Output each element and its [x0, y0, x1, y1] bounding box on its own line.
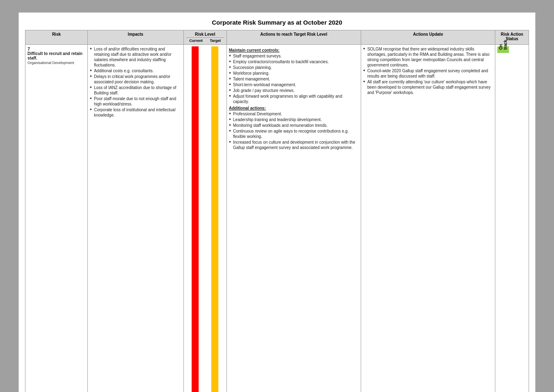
- additional-action-item: Increased focus on culture and developme…: [229, 140, 359, 150]
- current-header: Current: [189, 39, 203, 43]
- page-wrapper: Corporate Risk Summary as at October 202…: [18, 12, 536, 392]
- impact-item: Loss of IANZ accreditation due to shorta…: [90, 85, 181, 96]
- actions-header: Maintain current controls:: [229, 48, 359, 53]
- action-item: Adjust forward work programmes to align …: [229, 94, 359, 104]
- risk-cell: 7 Difficult to recruit and retain staff.…: [25, 45, 88, 392]
- current-level: High: [192, 46, 199, 392]
- impact-item: Delays in critical work programmes and/o…: [90, 74, 181, 85]
- impact-item: Poor staff morale due to not enough staf…: [90, 96, 181, 107]
- actions-cell: Maintain current controls:Staff engageme…: [227, 45, 361, 392]
- target-level: Moderate: [211, 46, 218, 392]
- impact-item: Additional costs e.g. consultants.: [90, 68, 181, 73]
- update-item: All staff are currently attending 'our c…: [363, 79, 493, 95]
- additional-action-item: Monitoring staff workloads and remunerat…: [229, 123, 359, 128]
- status-badge: On track: [497, 46, 509, 53]
- action-item: Workforce planning.: [229, 71, 359, 76]
- col-header-impacts: Impacts: [87, 30, 183, 45]
- additional-action-item: Professional Development.: [229, 111, 359, 117]
- additional-action-item: Leadership training and leadership devel…: [229, 117, 359, 122]
- action-item: Staff engagement surveys.: [229, 53, 359, 59]
- risk-subtitle: Organisational Development: [27, 61, 74, 65]
- table-row: 7 Difficult to recruit and retain staff.…: [25, 45, 529, 392]
- additional-action-item: Continuous review on agile ways to recog…: [229, 128, 359, 139]
- col-header-update: Actions Update: [361, 30, 495, 45]
- risk-level-sub-headers: Current Target: [186, 37, 224, 43]
- impact-item: Corporate loss of institutional and inte…: [90, 107, 181, 118]
- risk-number: 7: [27, 46, 30, 51]
- update-item: SOLGM recognise that there are widesprea…: [363, 46, 493, 68]
- risk-title: Difficult to recruit and retain staff.: [27, 51, 82, 60]
- action-item: Talent management.: [229, 76, 359, 82]
- page-title: Corporate Risk Summary as at October 202…: [25, 19, 529, 26]
- col-header-status: Risk Action Status: [495, 30, 529, 45]
- col-header-actions: Actions to reach Target Risk Level: [227, 30, 361, 45]
- target-header: Target: [210, 39, 221, 43]
- action-item: Succession planning.: [229, 65, 359, 70]
- impact-item: Loss of and/or difficulties recruiting a…: [90, 46, 181, 68]
- risk-level-cell: HighModerate: [183, 45, 227, 392]
- col-header-risk: Risk: [25, 30, 88, 45]
- action-item: Employ contractors/consultants to backfi…: [229, 59, 359, 64]
- risk-table: Risk Impacts Risk Level Current Target A…: [25, 30, 529, 392]
- col-header-risklevel: Risk Level Current Target: [183, 30, 227, 45]
- status-cell: On track: [495, 45, 529, 392]
- additional-actions-header: Additional actions:: [229, 106, 359, 110]
- update-item: Council-wide 2020 Gallup staff engagemen…: [363, 68, 493, 79]
- action-item: Job grade / pay structure reviews.: [229, 88, 359, 93]
- action-item: Short-term workload management.: [229, 82, 359, 87]
- risk-level-header-label: Risk Level: [186, 32, 224, 37]
- update-cell: SOLGM recognise that there are widesprea…: [361, 45, 495, 392]
- impacts-cell: Loss of and/or difficulties recruiting a…: [87, 45, 183, 392]
